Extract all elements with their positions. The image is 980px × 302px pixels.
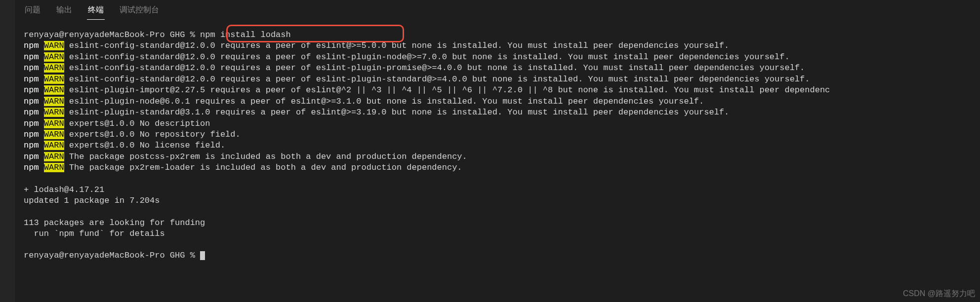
warn-message: eslint-config-standard@12.0.0 requires a… xyxy=(69,52,790,62)
warn-line: npm WARN eslint-config-standard@12.0.0 r… xyxy=(24,63,971,74)
warn-line: npm WARN experts@1.0.0 No description xyxy=(24,118,971,129)
warn-message: experts@1.0.0 No repository field. xyxy=(69,130,241,139)
warn-badge: WARN xyxy=(44,130,64,139)
tab-output[interactable]: 输出 xyxy=(55,1,73,19)
activity-bar xyxy=(0,0,15,302)
npm-label: npm xyxy=(24,41,39,50)
warn-message: The package px2rem-loader is included as… xyxy=(69,163,462,172)
warn-badge: WARN xyxy=(44,108,64,117)
warn-badge: WARN xyxy=(44,119,64,128)
warn-badge: WARN xyxy=(44,63,64,73)
warn-line: npm WARN eslint-plugin-node@6.0.1 requir… xyxy=(24,96,971,107)
warn-badge: WARN xyxy=(44,141,64,150)
warn-line: npm WARN The package postcss-px2rem is i… xyxy=(24,151,971,162)
warn-line: npm WARN eslint-plugin-standard@3.1.0 re… xyxy=(24,107,971,118)
npm-label: npm xyxy=(24,141,39,150)
result-updated: updated 1 package in 7.204s xyxy=(24,195,971,206)
panel-area: 问题 输出 终端 调试控制台 renyaya@renyayadeMacBook-… xyxy=(15,0,980,302)
prompt-userhost: renyaya@renyayadeMacBook-Pro xyxy=(24,251,165,260)
warn-message: eslint-config-standard@12.0.0 requires a… xyxy=(69,63,805,73)
blank-line xyxy=(24,174,971,185)
prompt-symbol: % xyxy=(190,251,195,260)
prompt-command: npm install lodash xyxy=(200,30,291,39)
warn-message: eslint-plugin-import@2.27.5 requires a p… xyxy=(69,85,830,95)
warn-message: eslint-config-standard@12.0.0 requires a… xyxy=(69,75,810,84)
warn-badge: WARN xyxy=(44,85,64,95)
result-funding1: 113 packages are looking for funding xyxy=(24,218,971,228)
warn-line: npm WARN The package px2rem-loader is in… xyxy=(24,162,971,173)
warn-message: experts@1.0.0 No license field. xyxy=(69,141,225,150)
warn-badge: WARN xyxy=(44,152,64,161)
tab-problems[interactable]: 问题 xyxy=(24,1,41,19)
watermark-text: CSDN @路遥努力吧 xyxy=(903,289,975,299)
warn-badge: WARN xyxy=(44,97,64,106)
blank-line xyxy=(24,239,971,250)
warn-line: npm WARN experts@1.0.0 No license field. xyxy=(24,140,971,151)
warn-line: npm WARN experts@1.0.0 No repository fie… xyxy=(24,129,971,140)
npm-label: npm xyxy=(24,75,39,84)
terminal-output[interactable]: renyaya@renyayadeMacBook-Pro GHG % npm i… xyxy=(15,21,980,262)
npm-label: npm xyxy=(24,163,39,172)
npm-label: npm xyxy=(24,152,39,161)
warn-badge: WARN xyxy=(44,52,64,62)
tab-terminal[interactable]: 终端 xyxy=(87,1,105,20)
npm-label: npm xyxy=(24,63,39,73)
warn-message: The package postcss-px2rem is included a… xyxy=(69,152,467,161)
blank-line xyxy=(24,207,971,218)
prompt-userhost: renyaya@renyayadeMacBook-Pro xyxy=(24,30,165,39)
result-installed: + lodash@4.17.21 xyxy=(24,185,971,195)
warn-line: npm WARN eslint-config-standard@12.0.0 r… xyxy=(24,74,971,85)
warn-badge: WARN xyxy=(44,163,64,172)
warn-line: npm WARN eslint-plugin-import@2.27.5 req… xyxy=(24,85,971,96)
prompt-dir: GHG xyxy=(170,251,185,260)
npm-label: npm xyxy=(24,119,39,128)
warn-line: npm WARN eslint-config-standard@12.0.0 r… xyxy=(24,52,971,63)
result-funding2: run `npm fund` for details xyxy=(24,228,971,239)
prompt-line-2: renyaya@renyayadeMacBook-Pro GHG % xyxy=(24,250,971,261)
cursor-icon xyxy=(200,251,205,260)
warn-badge: WARN xyxy=(44,41,64,50)
warn-line: npm WARN eslint-config-standard@12.0.0 r… xyxy=(24,40,971,51)
warn-message: eslint-plugin-node@6.0.1 requires a peer… xyxy=(69,97,704,106)
npm-label: npm xyxy=(24,108,39,117)
warn-message: eslint-plugin-standard@3.1.0 requires a … xyxy=(69,108,729,117)
npm-label: npm xyxy=(24,130,39,139)
npm-label: npm xyxy=(24,85,39,95)
warn-badge: WARN xyxy=(44,75,64,84)
warn-message: eslint-config-standard@12.0.0 requires a… xyxy=(69,41,729,50)
npm-label: npm xyxy=(24,97,39,106)
prompt-symbol: % xyxy=(190,30,195,39)
warn-message: experts@1.0.0 No description xyxy=(69,119,210,128)
prompt-dir: GHG xyxy=(170,30,185,39)
panel-tab-bar: 问题 输出 终端 调试控制台 xyxy=(15,0,980,21)
npm-label: npm xyxy=(24,52,39,62)
tab-debug-console[interactable]: 调试控制台 xyxy=(119,1,160,19)
prompt-line: renyaya@renyayadeMacBook-Pro GHG % npm i… xyxy=(24,30,971,40)
